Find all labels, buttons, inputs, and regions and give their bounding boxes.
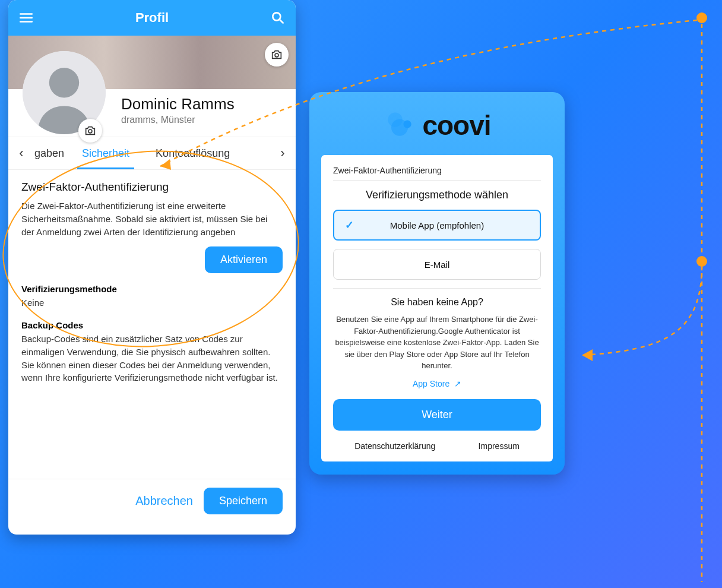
twofa-body: Die Zwei-Faktor-Authentifizierung ist ei…: [21, 200, 283, 238]
twofa-heading: Zwei-Faktor-Authentifizierung: [21, 181, 283, 194]
chevron-right-icon[interactable]: ›: [270, 146, 296, 161]
profile-subtitle: dramms, Münster: [121, 115, 235, 125]
app-store-link[interactable]: App Store ↗: [333, 379, 541, 388]
tab-security[interactable]: Sicherheit: [69, 137, 142, 169]
tab-account-deletion[interactable]: Kontoauflösung: [142, 137, 243, 169]
svg-point-9: [696, 256, 707, 267]
tab-bar: ‹ gaben Sicherheit Kontoauflösung ›: [8, 137, 296, 170]
privacy-link[interactable]: Datenschutzerklärung: [354, 441, 435, 451]
coovi-card: coovi Zwei-Faktor-Authentifizierung Veri…: [309, 92, 565, 475]
verification-method-value: Keine: [21, 296, 283, 309]
external-link-icon: ↗: [454, 379, 461, 388]
coovi-logo-icon: [383, 109, 416, 142]
svg-point-7: [404, 121, 411, 128]
app-store-link-label: App Store: [413, 379, 449, 388]
svg-point-4: [88, 129, 92, 133]
no-app-heading: Sie haben keine App?: [333, 297, 541, 308]
bottom-actions: Abbrechen Speichern: [8, 479, 296, 523]
chevron-left-icon[interactable]: ‹: [8, 146, 34, 161]
camera-icon[interactable]: [265, 43, 289, 67]
appbar-title: Profil: [135, 10, 169, 26]
svg-marker-11: [582, 349, 593, 361]
option-mobile-app[interactable]: ✓ Mobile App (empfohlen): [333, 210, 541, 241]
inner-card: Zwei-Faktor-Authentifizierung Verifizier…: [321, 155, 553, 461]
profile-screen: Profil Dominic Ramms dramms, Münster ‹ g…: [8, 0, 296, 535]
separator: [333, 288, 541, 289]
card-footer: Datenschutzerklärung Impressum: [333, 441, 541, 451]
backup-codes-label: Backup Codes: [21, 320, 283, 330]
activate-button[interactable]: Aktivieren: [205, 246, 283, 273]
option-email-label: E-Mail: [425, 260, 450, 270]
tab-left-partial[interactable]: gaben: [34, 137, 69, 169]
svg-point-8: [696, 12, 707, 23]
svg-point-1: [275, 53, 278, 57]
save-button[interactable]: Speichern: [204, 488, 283, 514]
cancel-button[interactable]: Abbrechen: [135, 488, 193, 514]
imprint-link[interactable]: Impressum: [479, 441, 520, 451]
no-app-body: Benutzen Sie eine App auf Ihrem Smartpho…: [333, 314, 541, 372]
next-button[interactable]: Weiter: [333, 399, 541, 431]
verification-method-label: Verifizierungsmethode: [21, 284, 283, 294]
profile-name: Dominic Ramms: [121, 95, 235, 113]
appbar: Profil: [8, 0, 296, 36]
card-heading: Verifizierungsmethode wählen: [333, 189, 541, 201]
menu-icon[interactable]: [18, 10, 34, 26]
check-icon: ✓: [345, 219, 354, 232]
brand-text: coovi: [422, 109, 490, 141]
option-mobile-app-label: Mobile App (empfohlen): [390, 220, 484, 230]
profile-hero: Dominic Ramms dramms, Münster: [8, 36, 296, 137]
option-email[interactable]: E-Mail: [333, 249, 541, 280]
logo-row: coovi: [321, 109, 553, 142]
backup-codes-body: Backup-Codes sind ein zusätzlicher Satz …: [21, 333, 283, 384]
card-title: Zwei-Faktor-Authentifizierung: [333, 163, 541, 181]
profile-name-block: Dominic Ramms dramms, Münster: [121, 95, 235, 125]
svg-point-3: [49, 68, 79, 97]
search-icon[interactable]: [270, 10, 286, 26]
twofa-section: Zwei-Faktor-Authentifizierung Die Zwei-F…: [8, 170, 296, 395]
